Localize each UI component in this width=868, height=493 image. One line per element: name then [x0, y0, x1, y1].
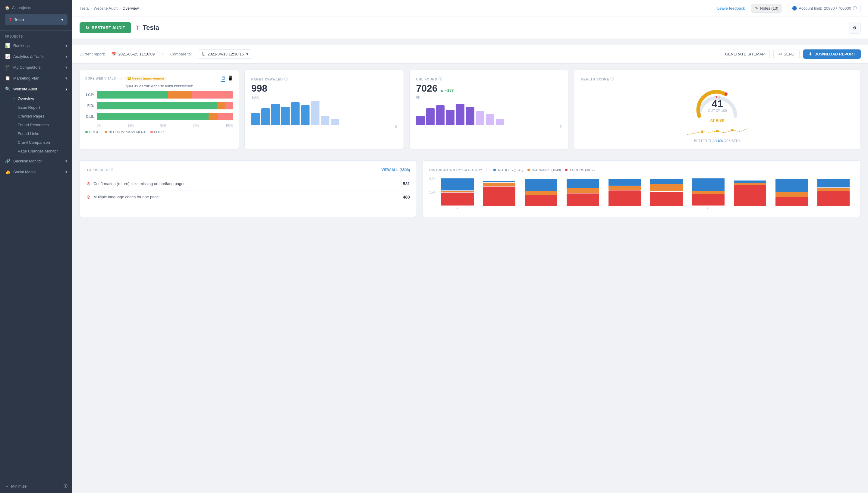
svg-point-1 — [701, 130, 703, 133]
compare-date-select[interactable]: ⇅ 2021-04-13 12:30:16 ▾ — [198, 49, 252, 59]
url-found-bar-7 — [486, 114, 494, 125]
health-score-info-icon[interactable]: ⓘ — [610, 77, 614, 82]
issue-row-1: ⊗ Multiple language codes for one page 4… — [87, 190, 410, 203]
pages-crawled-chart — [251, 104, 397, 125]
chevron-icon: ▾ — [65, 76, 67, 81]
download-report-button[interactable]: ⬇ DOWNLOAD REPORT — [803, 49, 861, 59]
health-score-title: HEALTH SCORE ⓘ — [581, 77, 854, 82]
cwv-info-icon[interactable]: ⓘ — [118, 76, 122, 81]
core-web-vitals-card: CORE WEB VITALS ⓘ 😅 Needs improvement 🖥 … — [80, 70, 239, 149]
url-found-bar-2 — [436, 105, 444, 125]
breadcrumb-sep1: › — [90, 6, 92, 10]
project-selector[interactable]: T Tesla ▾ — [5, 14, 67, 25]
all-projects-link[interactable]: 🏠 All projects — [5, 5, 67, 10]
backlink-icon: 🔗 — [5, 158, 10, 163]
projects-section-label: PROJECTS — [0, 31, 72, 40]
sidebar-item-marketing[interactable]: 📋 Marketing Plan ▾ — [0, 72, 72, 84]
cwv-bar-orange — [209, 113, 218, 120]
dist-bar-group-8 — [772, 179, 812, 210]
sidebar-subitem-page-changes[interactable]: Page Changes Monitor — [13, 147, 72, 155]
sidebar-item-analytics[interactable]: 📈 Analytics & Traffic ▾ — [0, 51, 72, 62]
chevron-down-icon: ▾ — [61, 17, 63, 22]
project-name: Tesla — [14, 17, 24, 22]
sidebar-subitem-crawled-pages[interactable]: Crawled Pages — [13, 112, 72, 121]
health-score-pct: 6% — [718, 139, 723, 143]
pages-crawled-title: PAGES CRAWLED ⓘ — [251, 77, 397, 82]
cwv-needs-improvement-badge: 😅 Needs improvement — [124, 76, 167, 81]
chevron-icon: ▾ — [65, 65, 67, 70]
settings-button[interactable]: ⚙ — [849, 22, 861, 34]
dist-bar-group-9 — [813, 179, 854, 210]
cwv-bar-orange — [168, 91, 192, 99]
sidebar-subitem-found-resources[interactable]: Found Resources — [13, 121, 72, 129]
restart-audit-button[interactable]: ↻ RESTART AUDIT — [80, 22, 131, 33]
analytics-icon: 📈 — [5, 54, 10, 59]
chevron-icon: ▾ — [65, 159, 67, 163]
generate-sitemap-button[interactable]: GENERATE SITEMAP — [720, 49, 770, 59]
health-score-card: HEALTH SCORE ⓘ ▼1 — [574, 70, 861, 149]
pages-crawled-bar-6 — [311, 101, 320, 125]
url-found-info-icon[interactable]: ⓘ — [438, 77, 442, 82]
issue-count-1: 480 — [403, 195, 410, 199]
distribution-legend: NOTICES (1642) WARNINGS (1849) ERRORS (3… — [493, 168, 595, 172]
sidebar-subitem-overview[interactable]: Overview — [13, 94, 72, 103]
issue-error-icon-1: ⊗ — [87, 194, 90, 200]
distribution-card: DISTRIBUTION BY CATEGORY ⓘ NOTICES (1642… — [422, 160, 861, 217]
sidebar-item-rankings[interactable]: 📊 Rankings ▾ — [0, 40, 72, 51]
breadcrumb-tesla[interactable]: Tesla — [80, 6, 89, 10]
send-button[interactable]: ✉ SEND — [773, 49, 800, 59]
sidebar-item-website-audit[interactable]: 🔍 Website Audit ▴ — [0, 84, 72, 94]
pages-crawled-info-icon[interactable]: ⓘ — [284, 77, 288, 82]
pages-crawled-value: 998 — [251, 83, 397, 94]
social-icon: 👍 — [5, 169, 10, 174]
notes-button[interactable]: ✎ Notes (13) — [751, 4, 782, 13]
help-icon: ⓘ — [64, 484, 67, 489]
distribution-info-icon[interactable]: ⓘ — [486, 167, 490, 172]
sidebar-item-competitors[interactable]: 🏴 My Competitors ▾ — [0, 62, 72, 72]
sidebar-label-analytics: Analytics & Traffic — [13, 54, 44, 59]
sidebar-subitem-issue-report[interactable]: Issue Report — [13, 103, 72, 112]
view-all-issues-link[interactable]: VIEW ALL (6508) — [381, 168, 410, 172]
account-limit: 🔵 Account limit: 20980 / 700000 ⓘ — [788, 4, 861, 13]
breadcrumb: Tesla › Website Audit › Overview — [80, 6, 139, 10]
sidebar-item-backlink[interactable]: 🔗 Backlink Monitor ▾ — [0, 155, 72, 166]
rankings-icon: 📊 — [5, 43, 10, 48]
sidebar-label-social: Social Media — [13, 170, 36, 174]
distribution-header: DISTRIBUTION BY CATEGORY ⓘ NOTICES (1642… — [429, 167, 854, 172]
account-icon: 🔵 — [792, 6, 797, 10]
mobile-icon[interactable]: 📱 — [227, 75, 233, 82]
sidebar-subitem-found-links[interactable]: Found Links — [13, 129, 72, 138]
website-audit-subnav: Overview Issue Report Crawled Pages Foun… — [0, 94, 72, 155]
issues-header: TOP ISSUES ⓘ VIEW ALL (6508) — [87, 167, 410, 172]
sidebar-subitem-crawl-comparison[interactable]: Crawl Comparison — [13, 138, 72, 147]
url-found-bar-5 — [466, 107, 474, 125]
chevron-icon: ▾ — [65, 54, 67, 59]
url-found-bar-1 — [426, 108, 435, 125]
topbar-right: Leave feedback ✎ Notes (13) 🔵 Account li… — [717, 4, 861, 13]
dist-bar-group-2 — [521, 179, 562, 210]
swap-icon: ⇅ — [202, 52, 205, 56]
url-found-sub: 8k — [416, 95, 562, 100]
tesla-logo-icon: T — [136, 24, 139, 31]
breadcrumb-website-audit[interactable]: Website Audit — [94, 6, 117, 10]
sidebar-label-marketing: Marketing Plan — [13, 76, 40, 81]
sidebar-item-social[interactable]: 👍 Social Media ▾ — [0, 166, 72, 177]
url-found-change: ▲ +187 — [440, 88, 454, 92]
url-found-chart — [416, 104, 562, 125]
cwv-bar-red — [192, 91, 233, 99]
pages-crawled-bar-8 — [331, 119, 339, 125]
health-score-better: BETTER THAN 6% OF USERS — [694, 139, 740, 143]
desktop-icon[interactable]: 🖥 — [221, 75, 225, 82]
cwv-metric-row: CLS: — [85, 113, 233, 120]
sidebar: 🏠 All projects T Tesla ▾ PROJECTS 📊 Rank… — [0, 0, 72, 493]
url-found-title: URL FOUND ⓘ — [416, 77, 562, 82]
url-found-bar-4 — [456, 104, 464, 125]
refresh-icon: ↻ — [86, 25, 89, 30]
cwv-title: CORE WEB VITALS — [85, 77, 116, 80]
leave-feedback-link[interactable]: Leave feedback — [717, 6, 745, 10]
cwv-bar-orange — [217, 102, 225, 109]
top-issues-info-icon[interactable]: ⓘ — [109, 167, 113, 172]
bottom-row: TOP ISSUES ⓘ VIEW ALL (6508) ⊗ Confirmat… — [80, 160, 861, 217]
minimize-button[interactable]: ← Minimize ⓘ — [0, 479, 72, 493]
info-icon: ⓘ — [853, 6, 857, 11]
